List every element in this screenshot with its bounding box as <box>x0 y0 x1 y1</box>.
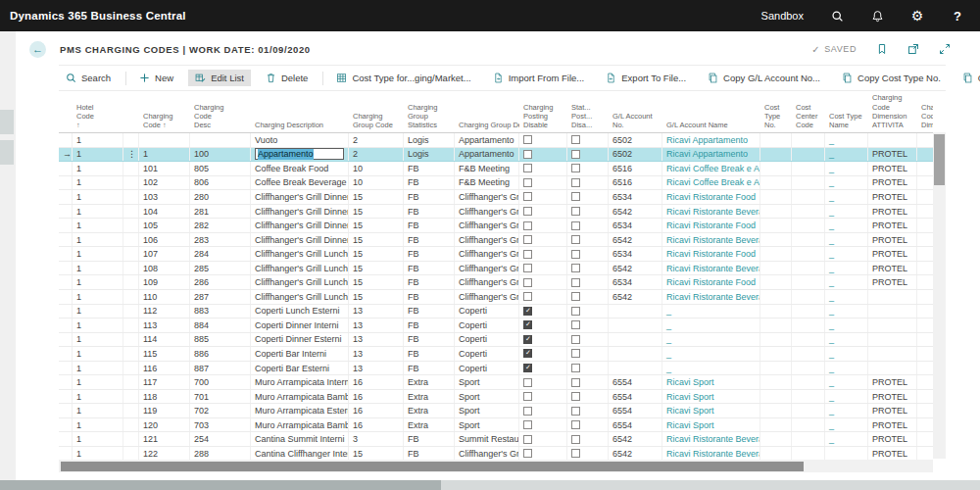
cell-charging-posting-disable[interactable] <box>519 247 567 261</box>
cell-cost-type-no[interactable] <box>760 318 792 332</box>
gl-account-name-link[interactable]: Ricavi Ristorante Beverage <box>666 449 760 459</box>
cell-hotel-code[interactable]: 1 <box>73 162 123 175</box>
gl-account-name-link[interactable]: Ricavi Ristorante Food <box>666 220 756 230</box>
cell-charging-group-statistics[interactable]: FB <box>404 233 455 247</box>
column-header-cost-type-name[interactable]: Cost Type Name <box>825 112 868 132</box>
row-menu-cell[interactable] <box>123 233 139 247</box>
cell-cost-type-no[interactable] <box>760 176 792 190</box>
cell-charging-description[interactable]: Muro Arrampicata Bambin... <box>251 418 349 432</box>
gl-account-name-link[interactable]: Ricavi Appartamento <box>666 149 748 159</box>
cost-type-name-link[interactable]: _ <box>829 192 834 202</box>
checkbox-checked[interactable] <box>523 349 532 358</box>
new-button[interactable]: New <box>132 70 180 86</box>
cell-charging-group-desc[interactable]: Coperti <box>455 333 519 347</box>
cost-type-name-link[interactable]: _ <box>829 320 834 330</box>
cell-charging-posting-disable[interactable] <box>519 176 567 190</box>
cell-cost-type-no[interactable] <box>760 275 792 289</box>
cell-stat-posting-disable[interactable] <box>567 318 609 332</box>
cell-gl-account-no[interactable]: 6542 <box>609 262 662 275</box>
table-row[interactable]: 1103280Cliffhanger's Grill Dinner F...15… <box>59 190 933 205</box>
cell-charging-group-code[interactable]: 15 <box>349 205 404 219</box>
cost-type-name-link[interactable]: _ <box>829 249 834 259</box>
row-menu-cell[interactable] <box>123 390 139 404</box>
cell-stat-posting-disable[interactable] <box>567 290 609 304</box>
gl-account-name-link[interactable]: Ricavi Ristorante Beverage <box>666 207 760 217</box>
cell-charging-code[interactable]: 103 <box>139 190 190 204</box>
cell-charging-code-dimension-attivita[interactable] <box>868 133 917 147</box>
cell-charging-group-statistics[interactable]: FB <box>404 247 455 261</box>
cell-charging-code[interactable]: 110 <box>139 290 190 304</box>
cell-charging-group-statistics[interactable]: Logis <box>404 148 455 162</box>
cell-cost-type-name[interactable]: _ <box>825 318 868 332</box>
cell-next-column-clipped[interactable] <box>917 148 933 162</box>
cell-charging-posting-disable[interactable] <box>519 447 567 461</box>
gl-account-name-link[interactable]: Ricavi Ristorante Food <box>666 277 756 287</box>
checkbox-unchecked[interactable] <box>523 435 532 444</box>
cell-stat-posting-disable[interactable] <box>567 162 609 175</box>
column-header-charging-group-desc[interactable]: Charging Group Desc <box>455 121 519 132</box>
cell-stat-posting-disable[interactable] <box>567 219 609 232</box>
checkbox-unchecked[interactable] <box>571 221 580 230</box>
checkbox-unchecked[interactable] <box>571 420 580 429</box>
column-header-cost-center-code[interactable]: Cost Center Code <box>792 103 825 132</box>
row-menu-dots-icon[interactable]: ⋮ <box>127 149 136 159</box>
column-header-charging-group-statistics[interactable]: Charging Group Statistics <box>404 103 455 132</box>
cell-charging-group-statistics[interactable]: Extra <box>404 404 455 417</box>
cost-type-name-link[interactable]: _ <box>829 207 834 217</box>
cell-cost-center-code[interactable] <box>792 133 825 147</box>
cell-cost-type-no[interactable] <box>760 432 792 446</box>
cell-stat-posting-disable[interactable] <box>567 190 609 204</box>
cell-charging-group-desc[interactable]: Cliffhanger's Grill <box>455 233 519 247</box>
table-row[interactable]: 1117700Muro Arrampicata Interni16ExtraSp… <box>59 375 933 390</box>
cell-charging-group-code[interactable]: 15 <box>349 447 404 461</box>
cell-cost-type-no[interactable] <box>760 390 792 404</box>
column-header-gl-account-no[interactable]: G/L Account No. <box>609 112 662 132</box>
cell-stat-posting-disable[interactable] <box>567 375 609 389</box>
cell-charging-description[interactable]: Muro Arrampicata Interni <box>251 375 349 389</box>
cell-cost-type-no[interactable] <box>760 447 792 461</box>
cell-charging-code-desc[interactable]: 286 <box>190 275 251 289</box>
cell-cost-type-name[interactable]: _ <box>825 190 868 204</box>
table-row[interactable]: 1106283Cliffhanger's Grill Dinner B...15… <box>59 233 933 248</box>
cell-hotel-code[interactable]: 1 <box>73 190 123 204</box>
cell-charging-code[interactable]: 109 <box>139 275 190 289</box>
checkbox-unchecked[interactable] <box>523 250 532 259</box>
checkbox-unchecked[interactable] <box>571 192 580 201</box>
checkbox-unchecked[interactable] <box>523 221 532 230</box>
vertical-scrollbar-thumb[interactable] <box>934 134 945 185</box>
cell-charging-code-dimension-attivita[interactable] <box>868 318 917 332</box>
cell-charging-posting-disable[interactable] <box>519 262 567 275</box>
checkbox-unchecked[interactable] <box>571 378 580 387</box>
cell-cost-type-no[interactable] <box>760 219 792 232</box>
cell-charging-code-dimension-attivita[interactable] <box>868 362 917 375</box>
cell-charging-group-desc[interactable]: Cliffhanger's Grill <box>455 262 519 275</box>
cell-cost-type-no[interactable] <box>760 205 792 219</box>
cell-charging-description[interactable]: Cliffhanger's Grill Lunch B... <box>251 290 349 304</box>
cell-gl-account-name[interactable]: Ricavi Coffee Break e Aperitivi <box>662 162 760 175</box>
gl-account-name-link[interactable]: Ricavi Ristorante Beverage <box>666 434 760 444</box>
table-row[interactable]: 1102806Coffee Break Beverage10FBF&B Meet… <box>59 176 933 191</box>
cell-charging-group-code[interactable]: 13 <box>349 362 404 375</box>
settings-gear-icon[interactable]: ⚙ <box>910 9 924 23</box>
cell-charging-code-dimension-attivita[interactable]: PROTEL <box>868 432 917 446</box>
cell-gl-account-name[interactable]: _ <box>662 362 760 375</box>
cell-charging-group-statistics[interactable]: FB <box>404 447 455 461</box>
cell-gl-account-no[interactable]: 6534 <box>609 190 662 204</box>
cost-type-name-link[interactable]: _ <box>829 220 834 230</box>
row-menu-cell[interactable] <box>123 275 139 289</box>
checkbox-unchecked[interactable] <box>571 435 580 444</box>
checkbox-unchecked[interactable] <box>571 320 580 329</box>
cell-next-column-clipped[interactable] <box>917 318 933 332</box>
cell-gl-account-no[interactable]: 6534 <box>609 247 662 261</box>
cell-stat-posting-disable[interactable] <box>567 275 609 289</box>
cell-charging-group-code[interactable]: 13 <box>349 333 404 347</box>
cost-type-name-link[interactable]: _ <box>829 406 834 416</box>
row-menu-cell[interactable] <box>123 347 139 361</box>
table-row[interactable]: 1101805Coffee Break Food10FBF&B Meeting6… <box>59 162 933 176</box>
row-menu-cell[interactable] <box>123 333 139 347</box>
cell-cost-type-no[interactable] <box>760 133 792 147</box>
cell-gl-account-name[interactable]: Ricavi Ristorante Beverage <box>662 233 760 247</box>
table-row[interactable]: 1Vuoto2LogisAppartamento6502Ricavi Appar… <box>59 133 933 148</box>
cell-charging-code-desc[interactable]: 288 <box>190 447 251 461</box>
checkbox-unchecked[interactable] <box>523 178 532 187</box>
